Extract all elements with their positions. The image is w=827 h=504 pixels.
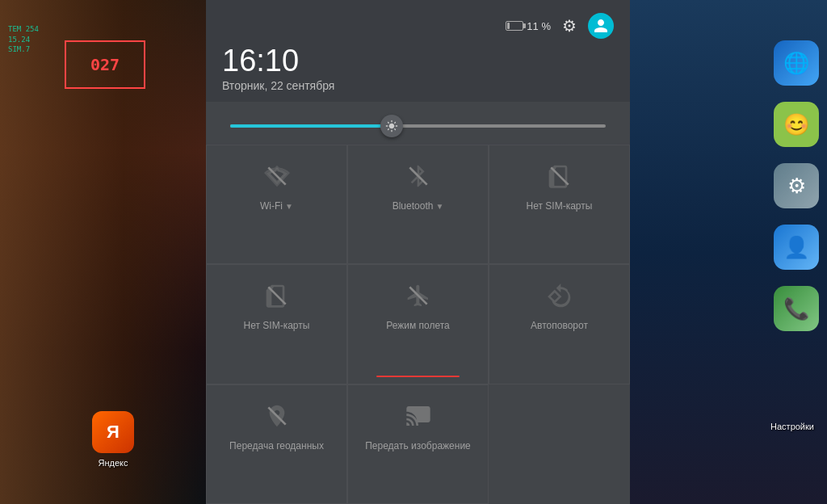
wifi-label: Wi-Fi ▼ [260,200,293,212]
qs-autorotate[interactable]: Автоповорот [489,264,630,384]
battery-fill [507,23,509,29]
bluetooth-icon [401,158,436,194]
settings-gear-button[interactable]: ⚙ [562,16,577,36]
qs-cast[interactable]: Передать изображение [347,384,489,504]
qs-wifi[interactable]: Wi-Fi ▼ [206,145,347,264]
contacts-icon[interactable]: 👤 [774,225,819,270]
panel-header: 11 % ⚙ 16:10 Вторник, 22 сентября [206,0,630,102]
cast-label: Передать изображение [365,440,471,453]
brightness-slider-track[interactable] [230,124,606,128]
yandex-icon-img: Я [92,411,134,453]
battery-icon [506,21,523,31]
battery-percent: 11 % [527,20,551,32]
airplane-icon [401,278,436,313]
bluetooth-dropdown-arrow: ▼ [435,202,443,211]
phone-icon[interactable]: 📞 [774,286,819,331]
brightness-thumb[interactable] [380,115,403,137]
qs-sim2[interactable]: Нет SIM-карты [206,264,347,384]
hud-overlay: TEM 254 15.24 SIM.7 [8,24,39,55]
date-display: Вторник, 22 сентября [222,79,614,92]
autorotate-label: Автоповорот [531,320,588,333]
bluetooth-label: Bluetooth ▼ [393,200,444,212]
sim2-label: Нет SIM-карты [244,320,310,333]
settings-app-icon[interactable]: ⚙ [774,163,819,208]
yandex-app-icon[interactable]: Я Яндекс [89,411,137,472]
brightness-container [206,102,630,144]
target-box: 027 [65,40,145,89]
notification-panel: 11 % ⚙ 16:10 Вторник, 22 сентября [206,0,630,504]
settings-label: Настройки [764,422,821,431]
wifi-icon [259,158,295,194]
yandex-icon-label: Яндекс [99,458,128,468]
qs-airplane[interactable]: Режим полета [347,264,489,384]
smiley-icon[interactable]: 😊 [774,102,819,147]
wifi-dropdown-arrow: ▼ [285,202,293,211]
quick-settings-grid: Wi-Fi ▼ Bluetooth ▼ [206,145,630,504]
time-display: 16:10 [222,45,614,76]
sim2-icon [259,278,295,313]
user-avatar[interactable] [588,13,614,39]
right-app-icons: 🌐 😊 ⚙ 👤 📞 [774,40,819,331]
qs-sim1[interactable]: Нет SIM-карты [489,145,630,264]
sim1-label: Нет SIM-карты [527,200,593,213]
location-icon [259,398,295,434]
airplane-label: Режим полета [386,320,450,333]
battery-info: 11 % [506,20,551,32]
cast-icon [401,398,436,434]
sim1-icon [542,158,577,194]
autorotate-icon [542,278,577,313]
browser-icon[interactable]: 🌐 [774,40,819,86]
qs-bluetooth[interactable]: Bluetooth ▼ [347,145,489,264]
airplane-red-underline [376,376,460,377]
header-top-row: 11 % ⚙ [222,13,614,39]
qs-location[interactable]: Передача геоданных [206,384,347,504]
location-label: Передача геоданных [229,440,324,453]
brightness-slider-fill [230,124,392,128]
